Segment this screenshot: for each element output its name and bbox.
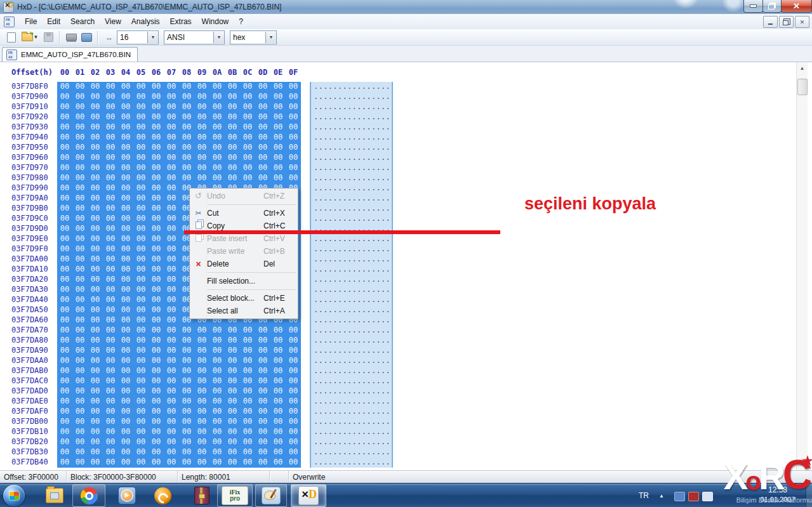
byte-cell[interactable]: 00 <box>255 82 270 92</box>
hex-bytes-selected[interactable]: 00000000000000000000000000000000 <box>57 133 301 143</box>
byte-cell[interactable]: 00 <box>255 386 270 397</box>
byte-cell[interactable]: 00 <box>164 285 179 295</box>
byte-cell[interactable]: 00 <box>270 336 286 346</box>
byte-cell[interactable]: 00 <box>286 437 301 447</box>
byte-cell[interactable]: 00 <box>57 112 72 122</box>
byte-cell[interactable]: 00 <box>225 458 240 468</box>
hex-bytes-selected[interactable]: 00000000000000000000000000000000 <box>57 366 301 376</box>
byte-cell[interactable]: 00 <box>164 346 179 356</box>
byte-cell[interactable]: 00 <box>118 102 133 112</box>
byte-cell[interactable]: 00 <box>164 417 179 427</box>
byte-cell[interactable]: 00 <box>286 458 301 468</box>
byte-cell[interactable]: 00 <box>179 417 194 427</box>
show-desktop-button[interactable] <box>806 484 812 507</box>
ascii-cell-selected[interactable]: ................ <box>310 173 393 183</box>
byte-cell[interactable]: 00 <box>88 265 103 275</box>
byte-cell[interactable]: 00 <box>88 305 103 315</box>
byte-cell[interactable]: 00 <box>225 326 240 336</box>
byte-cell[interactable]: 00 <box>57 265 72 275</box>
byte-cell[interactable]: 00 <box>133 356 149 366</box>
byte-cell[interactable]: 00 <box>210 386 225 397</box>
byte-cell[interactable]: 00 <box>57 224 72 234</box>
hex-bytes-selected[interactable]: 00000000000000000000000000000000 <box>57 143 301 153</box>
byte-cell[interactable]: 00 <box>72 417 88 427</box>
byte-cell[interactable]: 00 <box>103 92 118 102</box>
byte-cell[interactable]: 00 <box>57 346 72 356</box>
byte-cell[interactable]: 00 <box>57 305 72 315</box>
scroll-up-icon[interactable]: ▲ <box>797 63 808 74</box>
byte-cell[interactable]: 00 <box>240 417 255 427</box>
byte-cell[interactable]: 00 <box>103 458 118 468</box>
byte-cell[interactable]: 00 <box>118 265 133 275</box>
hex-bytes-selected[interactable]: 00000000000000000000000000000000 <box>57 376 301 386</box>
byte-cell[interactable]: 00 <box>164 163 179 173</box>
byte-cell[interactable]: 00 <box>103 163 118 173</box>
byte-cell[interactable]: 00 <box>72 244 88 254</box>
byte-cell[interactable]: 00 <box>133 366 149 376</box>
byte-cell[interactable]: 00 <box>194 386 210 397</box>
menu-edit[interactable]: Edit <box>42 15 65 28</box>
ascii-cell-selected[interactable]: ................ <box>310 407 393 417</box>
byte-cell[interactable]: 00 <box>72 82 88 92</box>
taskbar-clock[interactable]: 12:58 01.01.2007 <box>757 485 798 504</box>
byte-cell[interactable]: 00 <box>57 244 72 254</box>
byte-cell[interactable]: 00 <box>179 376 194 386</box>
byte-cell[interactable]: 00 <box>149 447 164 458</box>
menu-extras[interactable]: Extras <box>165 15 197 28</box>
ascii-cell-selected[interactable]: ................ <box>310 285 393 295</box>
byte-cell[interactable]: 00 <box>88 163 103 173</box>
ascii-cell-selected[interactable]: ................ <box>310 295 393 305</box>
hex-bytes-selected[interactable]: 00000000000000000000000000000000 <box>57 92 301 102</box>
byte-cell[interactable]: 00 <box>149 173 164 183</box>
byte-cell[interactable]: 00 <box>72 234 88 244</box>
byte-cell[interactable]: 00 <box>255 143 270 153</box>
byte-cell[interactable]: 00 <box>270 346 286 356</box>
hex-bytes-selected[interactable]: 00000000000000000000000000000000 <box>57 356 301 366</box>
byte-cell[interactable]: 00 <box>149 315 164 326</box>
offset-base-select[interactable]: hex ▼ <box>230 30 277 44</box>
byte-cell[interactable]: 00 <box>118 244 133 254</box>
byte-cell[interactable]: 00 <box>72 204 88 214</box>
byte-cell[interactable]: 00 <box>210 458 225 468</box>
byte-cell[interactable]: 00 <box>164 305 179 315</box>
taskbar-ifix-pro-button[interactable]: iFixpro <box>217 484 253 507</box>
byte-cell[interactable]: 00 <box>286 427 301 437</box>
byte-cell[interactable]: 00 <box>286 336 301 346</box>
byte-cell[interactable]: 00 <box>88 214 103 224</box>
byte-cell[interactable]: 00 <box>88 194 103 204</box>
taskbar-winrar-button[interactable] <box>190 484 213 507</box>
byte-cell[interactable]: 00 <box>149 234 164 244</box>
byte-cell[interactable]: 00 <box>194 92 210 102</box>
hex-bytes-selected[interactable]: 00000000000000000000000000000000 <box>57 153 301 163</box>
byte-cell[interactable]: 00 <box>255 437 270 447</box>
byte-cell[interactable]: 00 <box>57 336 72 346</box>
byte-cell[interactable]: 00 <box>133 265 149 275</box>
ascii-cell-selected[interactable]: ................ <box>310 214 393 224</box>
byte-cell[interactable]: 00 <box>179 112 194 122</box>
byte-cell[interactable]: 00 <box>103 143 118 153</box>
byte-cell[interactable]: 00 <box>72 143 88 153</box>
byte-cell[interactable]: 00 <box>286 102 301 112</box>
byte-cell[interactable]: 00 <box>164 376 179 386</box>
byte-cell[interactable]: 00 <box>72 153 88 163</box>
byte-cell[interactable]: 00 <box>133 204 149 214</box>
byte-cell[interactable]: 00 <box>133 417 149 427</box>
byte-cell[interactable]: 00 <box>164 407 179 417</box>
byte-cell[interactable]: 00 <box>179 397 194 407</box>
byte-cell[interactable]: 00 <box>103 407 118 417</box>
byte-cell[interactable]: 00 <box>149 183 164 194</box>
byte-cell[interactable]: 00 <box>179 427 194 437</box>
ascii-cell-selected[interactable]: ................ <box>310 386 393 397</box>
byte-cell[interactable]: 00 <box>133 295 149 305</box>
byte-cell[interactable]: 00 <box>88 407 103 417</box>
byte-cell[interactable]: 00 <box>270 133 286 143</box>
hex-bytes-selected[interactable]: 00000000000000000000000000000000 <box>57 386 301 397</box>
byte-cell[interactable]: 00 <box>255 92 270 102</box>
byte-cell[interactable]: 00 <box>88 254 103 265</box>
restore-button[interactable] <box>762 0 782 13</box>
byte-cell[interactable]: 00 <box>286 133 301 143</box>
byte-cell[interactable]: 00 <box>133 173 149 183</box>
byte-cell[interactable]: 00 <box>88 356 103 366</box>
open-ram-button[interactable] <box>63 30 79 44</box>
byte-cell[interactable]: 00 <box>72 265 88 275</box>
